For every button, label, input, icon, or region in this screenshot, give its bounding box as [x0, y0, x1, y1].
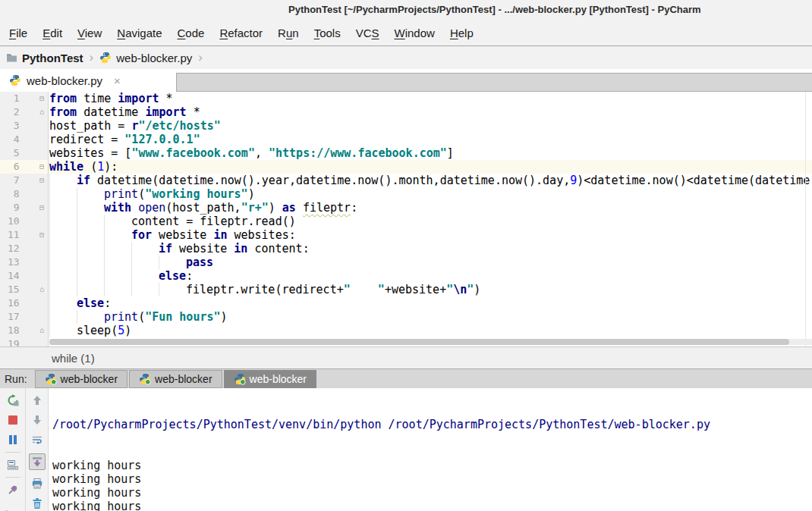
menu-run[interactable]: Run	[270, 27, 307, 39]
code-line-4[interactable]: 4redirect = "127.0.0.1"	[0, 133, 812, 146]
code-line-11[interactable]: 11⊟for website in websites:	[0, 228, 812, 242]
fold-collapse-icon[interactable]: ⊟	[20, 92, 48, 105]
code-line-15[interactable]: 15⌂fileptr.write(redirect+" "+website+"\…	[0, 283, 812, 296]
code-line-3[interactable]: 3host_path = r"/etc/hosts"	[0, 119, 812, 133]
menu-help[interactable]: Help	[442, 27, 481, 39]
print-icon[interactable]	[30, 478, 45, 490]
gutter: 5	[0, 146, 49, 160]
code-text: from time import *	[49, 92, 173, 105]
gutter: 1⊟	[0, 92, 49, 105]
code-line-9[interactable]: 9⊟with open(host_path,"r+") as fileptr:	[0, 201, 812, 215]
console-line: working hours	[52, 486, 812, 500]
console-line: working hours	[52, 472, 812, 486]
gutter: 3	[0, 119, 49, 133]
fold-collapse-icon[interactable]: ⊟	[20, 201, 48, 215]
code-line-17[interactable]: 17print("Fun hours")	[0, 310, 812, 324]
line-number: 19	[0, 337, 20, 346]
code-line-5[interactable]: 5websites = ["www.facebook.com", "https:…	[0, 146, 812, 160]
fold-collapse-icon[interactable]: ⊟	[20, 160, 48, 174]
code-line-1[interactable]: 1⊟from time import *	[0, 92, 812, 105]
python-run-icon	[234, 373, 246, 385]
down-arrow-icon[interactable]	[30, 414, 45, 426]
menu-navigate[interactable]: Navigate	[109, 27, 169, 39]
code-editor[interactable]: 1⊟from time import *2⌂from datetime impo…	[0, 92, 812, 346]
console-line: working hours	[52, 500, 812, 511]
tab-web-blocker[interactable]: web-blocker.py ×	[0, 69, 176, 92]
fold-collapse-icon[interactable]: ⊟	[20, 174, 48, 187]
run-tab-web-blocker-1[interactable]: web-blocker	[35, 370, 127, 388]
line-number: 1	[0, 92, 20, 105]
code-text: pass	[49, 256, 213, 269]
code-line-13[interactable]: 13pass	[0, 256, 812, 269]
close-icon[interactable]: ×	[114, 74, 121, 87]
breadcrumb-file[interactable]: web-blocker.py	[116, 52, 192, 64]
gutter: 13	[0, 256, 49, 269]
overflow-chevron-icon: ○»	[3, 506, 25, 511]
code-line-18[interactable]: 18⌂sleep(5)	[0, 324, 812, 337]
run-tab-web-blocker-3[interactable]: web-blocker	[224, 370, 316, 388]
run-tool-window: ○» /root/PycharmProjects/PythonTest/venv…	[0, 388, 812, 511]
run-tab-label: web-blocker	[155, 373, 212, 385]
gutter: 14	[0, 269, 49, 283]
console-command-line: /root/PycharmProjects/PythonTest/venv/bi…	[52, 418, 812, 431]
gutter: 16	[0, 296, 49, 310]
menu-window[interactable]: Window	[387, 27, 442, 39]
up-arrow-icon[interactable]	[30, 394, 45, 406]
rerun-icon[interactable]	[5, 394, 20, 406]
line-number: 18	[0, 324, 20, 337]
menu-bar: FileEditViewNavigateCodeRefactorRunTools…	[0, 20, 812, 46]
menu-file[interactable]: File	[2, 27, 35, 39]
code-line-16[interactable]: 16else:	[0, 296, 812, 310]
scrollbar-thumb[interactable]	[49, 339, 789, 345]
code-line-12[interactable]: 12if website in content:	[0, 242, 812, 256]
menu-vcs[interactable]: VCS	[348, 27, 387, 39]
fold-collapse-icon[interactable]: ⊟	[20, 228, 48, 242]
scroll-to-end-icon[interactable]	[29, 453, 46, 470]
stop-icon[interactable]	[5, 414, 20, 426]
run-tab-web-blocker-2[interactable]: web-blocker	[129, 370, 222, 388]
code-text: else:	[49, 296, 111, 310]
gutter: 19	[0, 337, 49, 346]
fold-end-icon[interactable]: ⌂	[20, 324, 48, 337]
console-output[interactable]: /root/PycharmProjects/PythonTest/venv/bi…	[49, 388, 812, 511]
fold-spacer	[20, 256, 48, 269]
line-number: 17	[0, 310, 20, 324]
pause-icon[interactable]	[5, 434, 20, 446]
code-line-10[interactable]: 10content = fileptr.read()	[0, 215, 812, 228]
title-bar: PythonTest [~/PycharmProjects/PythonTest…	[0, 0, 812, 20]
soft-wrap-icon[interactable]	[30, 434, 45, 446]
code-line-8[interactable]: 8print("working hours")	[0, 187, 812, 201]
menu-code[interactable]: Code	[170, 27, 212, 39]
line-number: 5	[0, 146, 20, 160]
editor-tab-bar: web-blocker.py ×	[0, 69, 812, 92]
fold-spacer	[20, 146, 48, 160]
restore-layout-icon[interactable]	[5, 459, 20, 471]
gutter: 7⊟	[0, 174, 49, 187]
gutter: 10	[0, 215, 49, 228]
fold-end-icon[interactable]: ⌂	[20, 105, 48, 119]
breadcrumb-project[interactable]: PythonTest	[22, 52, 83, 64]
code-line-6[interactable]: 6⊟while (1):	[0, 160, 812, 174]
menu-view[interactable]: View	[70, 27, 109, 39]
menu-refactor[interactable]: Refactor	[212, 27, 270, 39]
chevron-right-icon: ›	[197, 50, 204, 65]
context-scope-label[interactable]: while (1)	[52, 352, 95, 365]
code-line-2[interactable]: 2⌂from datetime import *	[0, 105, 812, 119]
line-number: 15	[0, 283, 20, 296]
code-text: with open(host_path,"r+") as fileptr:	[49, 201, 357, 215]
code-line-7[interactable]: 7⊟if datetime(datetime.now().year,dateti…	[0, 174, 812, 187]
menu-tools[interactable]: Tools	[307, 27, 348, 39]
toolbar-separator	[5, 477, 20, 478]
toolbar-separator	[5, 452, 20, 453]
breadcrumb: PythonTest › web-blocker.py ›	[0, 46, 812, 69]
code-text: content = fileptr.read()	[49, 215, 296, 228]
code-line-14[interactable]: 14else:	[0, 269, 812, 283]
fold-spacer	[20, 269, 48, 283]
line-number: 6	[0, 160, 20, 174]
gutter: 6⊟	[0, 160, 49, 174]
clear-all-icon[interactable]	[30, 497, 45, 509]
menu-edit[interactable]: Edit	[35, 27, 70, 39]
pin-icon[interactable]	[5, 484, 20, 496]
horizontal-scrollbar[interactable]	[49, 339, 812, 345]
fold-end-icon[interactable]: ⌂	[20, 283, 48, 296]
